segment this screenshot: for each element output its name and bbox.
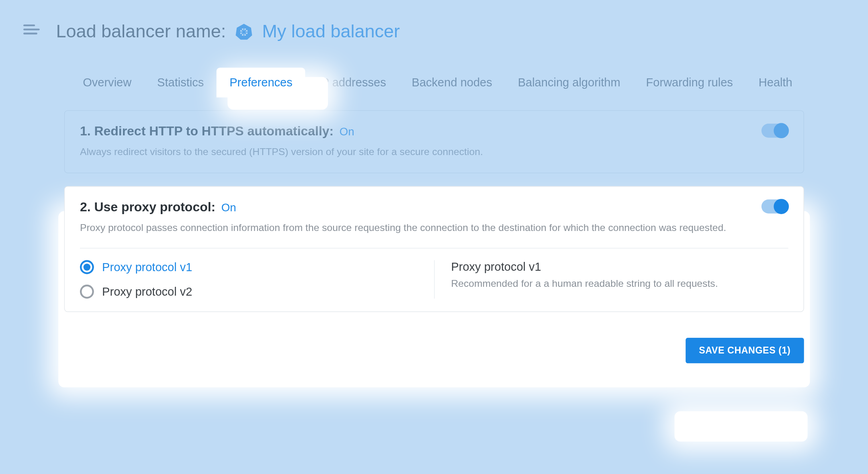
divider (80, 248, 788, 248)
page-title-label: Load balancer name: (56, 21, 226, 42)
radio-icon (80, 285, 94, 299)
tab-backend-nodes[interactable]: Backend nodes (399, 67, 505, 97)
radio-proxy-v1[interactable]: Proxy protocol v1 (80, 260, 434, 274)
tab-statistics[interactable]: Statistics (144, 67, 217, 97)
pref-redirect-desc: Always redirect visitors to the secured … (80, 145, 788, 159)
tab-health[interactable]: Health (746, 67, 805, 97)
kubernetes-icon (235, 23, 253, 41)
tab-preferences[interactable]: Preferences (217, 67, 305, 97)
tab-forwarding-rules[interactable]: Forwarding rules (633, 67, 746, 97)
tab-ip-addresses[interactable]: IP addresses (305, 67, 399, 97)
pref-redirect-status: On (340, 125, 354, 138)
pref-proxy-desc: Proxy protocol passes connection informa… (80, 220, 788, 235)
radio-icon (80, 260, 94, 274)
pref-proxy-status: On (221, 201, 236, 214)
pref-proxy-title: 2. Use proxy protocol: (80, 199, 215, 215)
proxy-selected-desc: Recommended for a a human readable strin… (451, 278, 788, 290)
radio-proxy-v2[interactable]: Proxy protocol v2 (80, 285, 434, 299)
tab-overview[interactable]: Overview (70, 67, 144, 97)
pref-redirect-card: 1. Redirect HTTP to HTTPS automatically:… (64, 110, 804, 173)
radio-proxy-v1-label: Proxy protocol v1 (102, 260, 192, 274)
load-balancer-name[interactable]: My load balancer (262, 21, 400, 42)
tab-balancing-algorithm[interactable]: Balancing algorithm (505, 67, 633, 97)
save-changes-button[interactable]: SAVE CHANGES (1) (686, 338, 804, 364)
page-title-row: Load balancer name: My load balancer (56, 21, 400, 42)
menu-icon[interactable] (23, 25, 40, 39)
pref-proxy-toggle[interactable] (762, 199, 788, 213)
pref-redirect-toggle[interactable] (762, 124, 788, 138)
proxy-selected-title: Proxy protocol v1 (451, 260, 788, 274)
radio-proxy-v2-label: Proxy protocol v2 (102, 285, 192, 298)
tabs: Overview Statistics Preferences IP addre… (0, 67, 868, 97)
pref-redirect-title: 1. Redirect HTTP to HTTPS automatically: (80, 124, 334, 139)
pref-proxy-card: 2. Use proxy protocol: On Proxy protocol… (64, 186, 804, 312)
cancel-button[interactable]: CANCEL (610, 338, 677, 364)
